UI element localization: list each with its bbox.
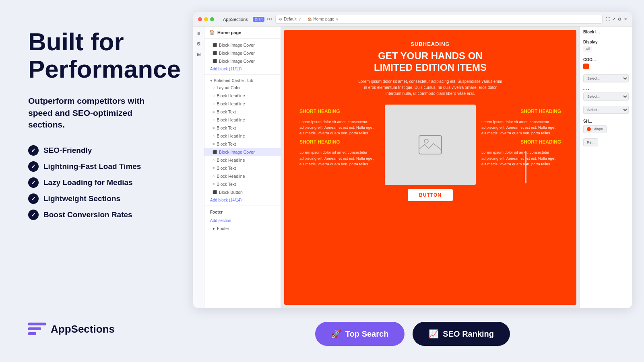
sidebar-add-section[interactable]: Add section — [204, 217, 281, 224]
sidebar-item-button[interactable]: ⬛ Block Button — [204, 188, 281, 196]
feature-item-2: ✓ Lightning-Fast Load Times — [28, 161, 161, 172]
select-3[interactable]: Select... — [583, 106, 629, 114]
trending-icon: 📈 — [429, 329, 439, 339]
properties-panel: Block I... Display All COO... Select... — [580, 27, 632, 308]
feature-item-3: ✓ Lazy Loading for Medias — [28, 177, 161, 188]
footer-section-label: Footer — [204, 208, 281, 217]
sidebar-icon-gear[interactable]: ⚙ — [194, 39, 203, 48]
expand-icon[interactable]: ⛶ — [606, 17, 610, 21]
sidebar-item-headline-3[interactable]: ○ Block Headline — [204, 116, 281, 124]
sidebar-add-block-2[interactable]: Add block (14/14) — [204, 196, 281, 204]
sidebar-item-headline-4[interactable]: ○ Block Headline — [204, 132, 281, 140]
button-icon: ⬛ — [213, 190, 217, 194]
svg-rect-2 — [28, 332, 36, 335]
shape-button[interactable]: Shape — [583, 125, 607, 133]
sidebar-item-layout-color[interactable]: ○ Layout Color — [204, 84, 281, 92]
text-icon-2: ≡ — [213, 126, 215, 130]
layout-icon: ○ — [213, 86, 215, 90]
sidebar-item-block-2[interactable]: ⬛ Block Image Cover — [204, 49, 281, 57]
select-section-2: • • • Select... — [583, 88, 629, 102]
canvas-button[interactable]: BUTTON — [408, 189, 453, 201]
sidebar-item-text-3[interactable]: ≡ Block Text — [204, 140, 281, 148]
check-icon-1: ✓ — [28, 145, 39, 156]
browser-actions: ⛶ ↗ ⚙ ✕ — [606, 17, 627, 21]
block-title: Block I... — [583, 30, 629, 36]
sidebar-item-image-cover[interactable]: ⬛ Block Image Cover — [204, 148, 281, 156]
sidebar-icon-grid[interactable]: ⊞ — [194, 50, 203, 59]
canvas-heading: GET YOUR HANDS ON LIMITED EDITION ITEMS — [374, 50, 487, 74]
logo-text: AppSections — [51, 323, 115, 335]
sidebar-item-headline-1[interactable]: ○ Block Headline — [204, 92, 281, 100]
settings-icon[interactable]: ⚙ — [618, 17, 621, 21]
sidebar-footer-item[interactable]: ▾ Footer — [204, 224, 281, 232]
sidebar-divider-1 — [204, 74, 281, 75]
subtitle: Outperform competitors with speed and SE… — [28, 95, 161, 130]
canvas-col-middle — [385, 105, 476, 185]
image-placeholder — [418, 135, 442, 155]
check-icon-4: ✓ — [28, 193, 39, 204]
browser-bar: AppSections Draft ••• ⚙ Default ∨ 🏠 Home… — [193, 12, 632, 27]
seo-ranking-button[interactable]: 📈 SEO Ranking — [413, 322, 510, 346]
svg-rect-3 — [419, 136, 442, 154]
text-icon-3: ≡ — [213, 142, 215, 146]
headline-icon-6: ○ — [213, 174, 215, 178]
features-list: ✓ SEO-Friendly ✓ Lightning-Fast Load Tim… — [28, 145, 161, 220]
text-icon-1: ≡ — [213, 110, 215, 114]
sidebar-item-headline-6[interactable]: ○ Block Headline — [204, 172, 281, 180]
sidebar-item-block-1[interactable]: ⬛ Block Image Cover — [204, 41, 281, 49]
sidebar-item-headline-5[interactable]: ○ Block Headline — [204, 156, 281, 164]
home-page-icon: 🏠 — [209, 30, 215, 35]
headline-icon-5: ○ — [213, 158, 215, 162]
sidebar-icon-pages[interactable]: ≡ — [194, 29, 203, 38]
browser-url-bar[interactable]: ⚙ Default ∨ 🏠 Home page ∨ — [275, 15, 603, 24]
color-swatch-orange[interactable] — [583, 64, 589, 69]
image-icon: ⬛ — [213, 150, 217, 154]
color-section: COO... — [583, 58, 629, 70]
headline-icon-2: ○ — [213, 102, 215, 106]
sidebar-item-headline-2[interactable]: ○ Block Headline — [204, 100, 281, 108]
canvas-wrapper: SUBHEADING GET YOUR HANDS ON LIMITED EDI… — [281, 27, 580, 308]
right-panel: AppSections Draft ••• ⚙ Default ∨ 🏠 Home… — [185, 0, 644, 362]
display-section: Display All — [583, 40, 629, 53]
browser-tab-area: AppSections Draft ••• — [221, 16, 272, 23]
color-swatch-row — [583, 64, 629, 69]
canvas-section: SUBHEADING GET YOUR HANDS ON LIMITED EDI… — [284, 30, 576, 305]
canvas-short-heading-4: SHORT HEADING — [481, 139, 561, 145]
block-icon-2: ⬛ — [213, 51, 217, 55]
headline-icon-3: ○ — [213, 118, 215, 122]
select-1[interactable]: Select... — [583, 74, 629, 82]
top-search-button[interactable]: 🚀 Top Search — [315, 322, 405, 346]
sidebar-add-block-1[interactable]: Add block (11/11) — [204, 65, 281, 73]
sidebar-item-text-2[interactable]: ≡ Block Text — [204, 124, 281, 132]
check-icon-2: ✓ — [28, 161, 39, 172]
sidebar-item-text-4[interactable]: ≡ Block Text — [204, 164, 281, 172]
browser-dot-green — [210, 17, 214, 21]
logo-area: AppSections — [28, 320, 161, 338]
sidebar-items: ⬛ Block Image Cover ⬛ Block Image Cover … — [204, 39, 281, 235]
sidebar-vertical-icons: ≡ ⚙ ⊞ — [193, 27, 204, 308]
sidebar-item-text-1[interactable]: ≡ Block Text — [204, 108, 281, 116]
sidebar-item-block-3[interactable]: ⬛ Block Image Cover — [204, 57, 281, 65]
select-section-3: Select... — [583, 106, 629, 115]
sidebar-divider-2 — [204, 206, 281, 206]
canvas-col-left: SHORT HEADING Lorem ipsum dolor sit amet… — [294, 105, 385, 185]
text-icon-5: ≡ — [213, 182, 215, 186]
text-icon-4: ≡ — [213, 166, 215, 170]
left-content: Built for Performance Outperform competi… — [28, 28, 161, 220]
close-icon[interactable]: ✕ — [624, 17, 627, 21]
share-icon[interactable]: ↗ — [612, 17, 615, 21]
canvas-item-text-4: Lorem ipsum dolor sit amet, consectetur … — [481, 150, 561, 167]
canvas-item-text-2: Lorem ipsum dolor sit amet, consectetur … — [481, 119, 561, 136]
select-2[interactable]: Select... — [583, 93, 629, 101]
svg-rect-0 — [28, 323, 46, 325]
browser-tab-label: AppSections — [221, 16, 250, 23]
more-options-icon[interactable]: ••• — [267, 16, 272, 22]
sidebar-item-text-5[interactable]: ≡ Block Text — [204, 180, 281, 188]
select-section-1: Select... — [583, 74, 629, 84]
canvas-item-text-3: Lorem ipsum dolor sit amet, consectetur … — [299, 150, 379, 167]
check-icon-5: ✓ — [28, 210, 39, 220]
reset-button[interactable]: Re... — [583, 138, 598, 146]
block-icon-3: ⬛ — [213, 59, 217, 63]
canvas-short-heading-3: SHORT HEADING — [299, 139, 379, 145]
display-tag[interactable]: All — [583, 46, 592, 52]
